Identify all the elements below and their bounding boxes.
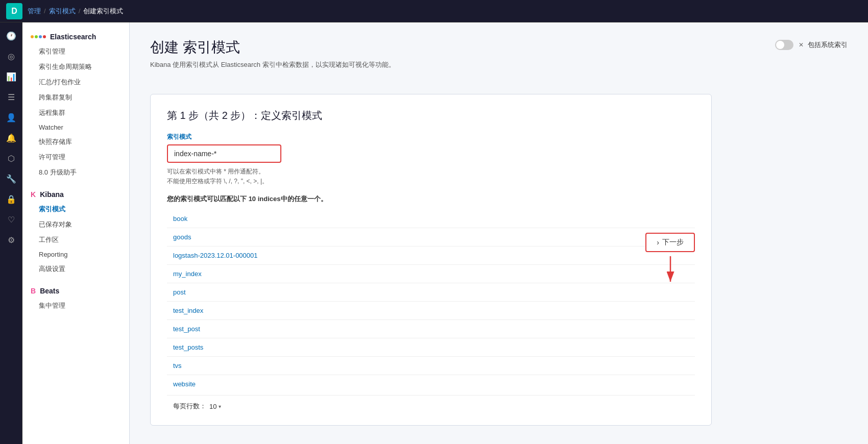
- lock-icon[interactable]: 🔒: [2, 190, 20, 208]
- match-text: 您的索引模式可以匹配以下 10 indices中的任意一个。: [167, 194, 695, 204]
- nav-license[interactable]: 许可管理: [22, 150, 129, 165]
- icon-sidebar: 🕐 ◎ 📊 ☰ 👤 🔔 ⬡ 🔧 🔒 ♡ ⚙: [0, 22, 22, 444]
- table-row: test_post: [167, 320, 695, 338]
- person-icon[interactable]: 👤: [2, 108, 20, 127]
- index-link-my-index[interactable]: my_index: [173, 270, 202, 278]
- chart-icon[interactable]: 📊: [2, 67, 20, 86]
- index-link-post[interactable]: post: [173, 288, 186, 296]
- table-row: post: [167, 283, 695, 302]
- elasticsearch-icon: [31, 35, 46, 38]
- next-button-label: 下一步: [662, 238, 684, 247]
- include-system-indices-toggle-wrapper: ✕ 包括系统索引: [775, 40, 848, 50]
- kibana-icon: K: [31, 190, 36, 199]
- nav-snapshot[interactable]: 快照存储库: [22, 134, 129, 150]
- per-page-label: 每页行数：: [173, 402, 206, 411]
- per-page-select[interactable]: 10 ▾: [209, 403, 221, 410]
- nav-sidebar: Elasticsearch 索引管理 索引生命周期策略 汇总/打包作业 跨集群复…: [22, 22, 130, 444]
- page-header: 创建 索引模式 Kibana 使用索引模式从 Elasticsearch 索引中…: [150, 38, 848, 82]
- beats-section-title: B Beats: [22, 283, 129, 298]
- table-row: goods: [167, 228, 695, 246]
- elasticsearch-title: Elasticsearch: [50, 33, 96, 41]
- nav-ilm[interactable]: 索引生命周期策略: [22, 59, 129, 75]
- index-input-wrapper: [167, 144, 281, 163]
- index-link-test-post[interactable]: test_post: [173, 325, 200, 333]
- nav-upgrade[interactable]: 8.0 升级助手: [22, 165, 129, 180]
- hint-text: 可以在索引模式中将 * 用作通配符。 不能使用空格或字符 \, /, ?, ",…: [167, 167, 695, 186]
- next-step-button[interactable]: › 下一步: [645, 233, 695, 252]
- wrench-icon[interactable]: 🔧: [2, 169, 20, 188]
- nav-centralized-management[interactable]: 集中管理: [22, 298, 129, 313]
- indices-table: book goods logstash-2023.12.01-000001 my…: [167, 210, 695, 393]
- arrow-annotation: [658, 256, 683, 287]
- per-page-value: 10: [209, 403, 216, 410]
- beats-title: Beats: [40, 287, 59, 295]
- table-row: test_index: [167, 302, 695, 320]
- nav-index-management[interactable]: 索引管理: [22, 44, 129, 59]
- nav-index-patterns[interactable]: 索引模式: [22, 202, 129, 217]
- beats-icon: B: [31, 287, 36, 295]
- field-label: 索引模式: [167, 133, 695, 141]
- table-row: logstash-2023.12.01-000001: [167, 246, 695, 265]
- breadcrumb-sep1: /: [44, 7, 46, 15]
- topbar: D 管理 / 索引模式 / 创建索引模式: [0, 0, 868, 22]
- next-arrow-icon: ›: [657, 238, 659, 246]
- include-system-indices-toggle[interactable]: [775, 40, 793, 50]
- x-icon[interactable]: ✕: [799, 41, 804, 48]
- index-link-book[interactable]: book: [173, 215, 187, 223]
- gear-icon[interactable]: ⚙: [2, 231, 20, 249]
- index-pattern-input[interactable]: [168, 145, 280, 162]
- page-title: 创建 索引模式: [150, 38, 395, 57]
- step-title: 第 1 步（共 2 步）：定义索引模式: [167, 109, 695, 122]
- nav-ccr[interactable]: 跨集群复制: [22, 90, 129, 105]
- toggle-label: 包括系统索引: [808, 40, 848, 50]
- nav-spaces[interactable]: 工作区: [22, 232, 129, 248]
- main-content: 创建 索引模式 Kibana 使用索引模式从 Elasticsearch 索引中…: [130, 22, 868, 444]
- breadcrumb-admin[interactable]: 管理: [28, 7, 41, 16]
- nav-rollup[interactable]: 汇总/打包作业: [22, 75, 129, 90]
- index-link-tvs[interactable]: tvs: [173, 362, 182, 369]
- breadcrumb-current: 创建索引模式: [83, 7, 123, 16]
- nav-saved-objects[interactable]: 已保存对象: [22, 217, 129, 232]
- index-link-logstash[interactable]: logstash-2023.12.01-000001: [173, 252, 258, 259]
- app-logo: D: [6, 3, 22, 19]
- table-row: test_posts: [167, 338, 695, 357]
- kibana-title: Kibana: [40, 190, 64, 199]
- compass-icon[interactable]: ◎: [2, 47, 20, 65]
- content-card: 第 1 步（共 2 步）：定义索引模式 索引模式 可以在索引模式中将 * 用作通…: [150, 94, 712, 426]
- kibana-section-title: K Kibana: [22, 186, 129, 202]
- breadcrumb: 管理 / 索引模式 / 创建索引模式: [28, 7, 123, 16]
- chevron-down-icon: ▾: [219, 404, 221, 409]
- nav-watcher[interactable]: Watcher: [22, 120, 129, 134]
- table-row: book: [167, 210, 695, 228]
- index-link-website[interactable]: website: [173, 380, 196, 388]
- pagination-row: 每页行数： 10 ▾: [167, 395, 695, 411]
- index-link-test-index[interactable]: test_index: [173, 307, 203, 314]
- breadcrumb-sep2: /: [79, 7, 81, 15]
- bell-icon[interactable]: 🔔: [2, 129, 20, 147]
- index-link-test-posts[interactable]: test_posts: [173, 343, 203, 351]
- elasticsearch-section-title: Elasticsearch: [22, 29, 129, 44]
- page-subtitle: Kibana 使用索引模式从 Elasticsearch 索引中检索数据，以实现…: [150, 60, 395, 69]
- puzzle-icon[interactable]: ⬡: [2, 149, 20, 167]
- index-link-goods[interactable]: goods: [173, 233, 191, 241]
- nav-reporting[interactable]: Reporting: [22, 248, 129, 261]
- breadcrumb-index-patterns[interactable]: 索引模式: [49, 7, 76, 16]
- heart-icon[interactable]: ♡: [2, 210, 20, 229]
- table-row: my_index: [167, 265, 695, 283]
- table-row: website: [167, 375, 695, 393]
- clock-icon[interactable]: 🕐: [2, 27, 20, 45]
- list-icon[interactable]: ☰: [2, 88, 20, 106]
- nav-remote-cluster[interactable]: 远程集群: [22, 105, 129, 120]
- table-row: tvs: [167, 357, 695, 375]
- nav-advanced-settings[interactable]: 高级设置: [22, 261, 129, 277]
